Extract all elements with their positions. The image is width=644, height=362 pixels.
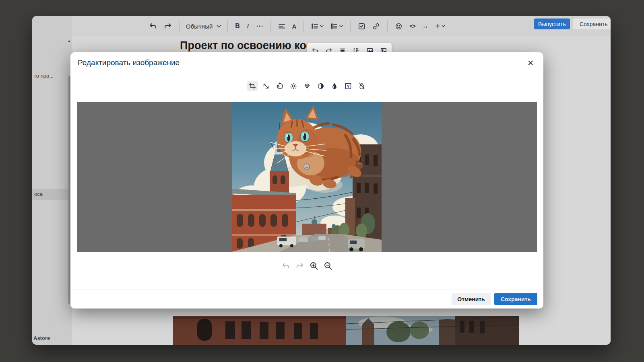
save-draft-button[interactable]: Сохранить	[573, 19, 611, 29]
chevron-down-icon	[320, 25, 324, 27]
zoom-in-button[interactable]	[310, 261, 318, 270]
horizontal-rule-button[interactable]: ↔	[421, 22, 429, 31]
redo-edit-button[interactable]	[295, 261, 304, 270]
saturation-tool-button[interactable]	[329, 81, 340, 91]
text-color-button[interactable]: A	[291, 22, 297, 31]
close-icon[interactable]: ×	[524, 56, 537, 69]
checkbox-list-button[interactable]	[357, 22, 366, 31]
preview-controls	[70, 261, 543, 270]
clarity-tool-button[interactable]	[302, 81, 312, 91]
vignette-off-tool-button[interactable]	[357, 81, 367, 91]
svg-text:Y: Y	[347, 84, 349, 88]
link-button[interactable]	[372, 22, 381, 31]
sidebar: то про... оса Astore	[32, 16, 72, 345]
toolbar-separator	[387, 21, 388, 32]
numbered-list-button[interactable]	[330, 22, 344, 31]
paragraph-style-label: Обычный	[186, 23, 213, 30]
resize-tool-button[interactable]	[261, 81, 271, 91]
bullet-list-button[interactable]	[310, 22, 324, 31]
chevron-down-icon	[339, 25, 343, 27]
redo-button[interactable]	[163, 21, 173, 31]
contrast-tool-button[interactable]	[316, 81, 326, 91]
brightness-tool-button[interactable]	[288, 81, 299, 91]
document-embedded-image[interactable]	[173, 316, 519, 345]
italic-button[interactable]: I	[246, 21, 250, 31]
toolbar-separator	[303, 21, 304, 32]
scroll-up-icon[interactable]	[68, 40, 71, 42]
chevron-down-icon	[442, 25, 445, 27]
gamma-tool-button[interactable]: Y	[343, 81, 353, 91]
emoji-button[interactable]	[394, 22, 403, 31]
sidebar-item-truncated[interactable]: то про...	[34, 73, 54, 79]
toolbar-separator	[350, 21, 351, 32]
crop-tool-button[interactable]	[247, 81, 258, 91]
chevron-down-icon	[217, 25, 221, 28]
paragraph-style-dropdown[interactable]: Обычный	[186, 23, 221, 30]
edited-image[interactable]	[232, 102, 382, 252]
save-image-button[interactable]: Сохранить	[494, 293, 537, 305]
insert-block-button[interactable]: +	[435, 21, 446, 32]
code-button[interactable]: <>	[409, 22, 416, 30]
screen: то про... оса Astore Обычный	[0, 0, 644, 362]
undo-edit-button[interactable]	[281, 261, 290, 270]
sidebar-item-active[interactable]: оса	[32, 189, 72, 200]
sidebar-item-astore[interactable]: Astore	[33, 335, 50, 341]
image-tools-row: Y	[70, 81, 543, 91]
document-title[interactable]: Проект по освоению кос	[180, 39, 312, 52]
align-button[interactable]	[277, 22, 286, 31]
cancel-button[interactable]: Отменить	[452, 293, 491, 305]
more-options-button[interactable]	[255, 22, 264, 31]
modal-footer-divider	[70, 290, 543, 290]
toolbar-separator	[270, 21, 271, 32]
zoom-out-button[interactable]	[324, 261, 332, 270]
editor-toolbar: Обычный B I A	[72, 16, 611, 37]
plus-icon: +	[436, 22, 440, 31]
image-preview-area	[77, 102, 537, 252]
sidebar-item-active-label: оса	[34, 191, 43, 197]
modal-title: Редактировать изображение	[78, 58, 180, 67]
bold-button[interactable]: B	[234, 22, 241, 31]
publish-button[interactable]: Выпустить	[534, 19, 570, 29]
rotate-tool-button[interactable]	[275, 81, 285, 91]
edit-image-modal: Редактировать изображение ×	[70, 52, 543, 309]
toolbar-separator	[227, 21, 228, 32]
undo-button[interactable]	[148, 21, 158, 31]
toolbar-separator	[179, 21, 180, 32]
